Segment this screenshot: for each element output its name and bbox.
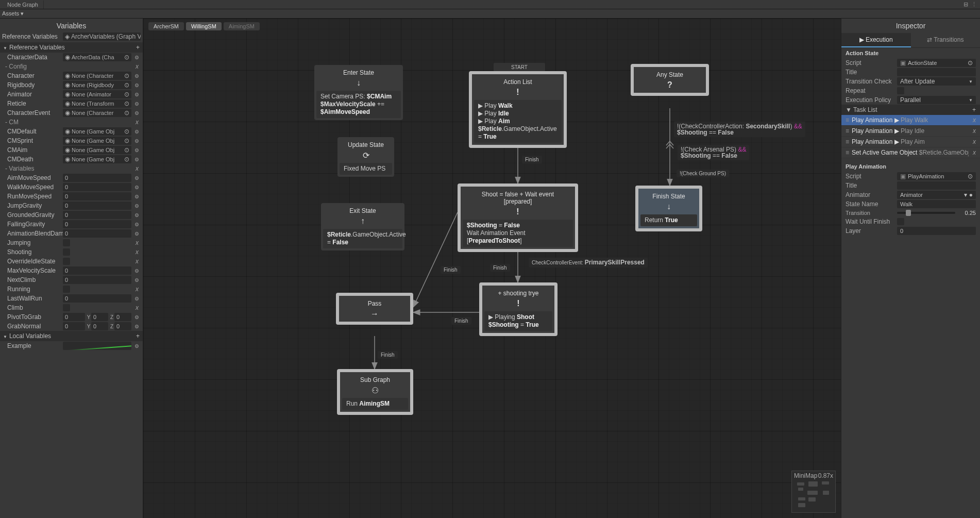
gear-icon[interactable]: ⚙ [132, 146, 141, 154]
remove-icon[interactable]: x [969, 116, 976, 124]
variable-group[interactable]: - Configx [0, 62, 143, 71]
number-field[interactable]: 0 [63, 174, 131, 182]
gear-icon[interactable]: ⚙ [132, 294, 141, 303]
number-field[interactable]: 0 [63, 266, 131, 275]
task-item[interactable]: ≡Set Active Game Object $Reticle.GameObj… [841, 147, 980, 158]
object-field[interactable]: ◉None (Rigidbody⊙ [63, 81, 131, 89]
gear-icon[interactable]: ⚙ [132, 99, 141, 108]
reference-variables-field[interactable]: ◈ArcherVariables (Graph Variable⊙ [63, 32, 141, 41]
dropdown-field[interactable]: After Update▼ [897, 77, 976, 86]
gear-icon[interactable]: ⚙ [132, 137, 141, 145]
reference-variables-section[interactable]: ▼Reference Variables + [0, 42, 143, 53]
gear-icon[interactable]: ⚙ [132, 155, 141, 163]
object-field[interactable]: ◉ArcherData (Cha⊙ [63, 53, 131, 61]
number-field[interactable]: 0 [63, 294, 131, 303]
window-tab-nodegraph[interactable]: Node Graph [2, 1, 44, 9]
object-field[interactable]: ◉None (Character⊙ [63, 109, 131, 117]
number-field[interactable]: 0 [63, 220, 131, 228]
number-field[interactable]: 0 [63, 202, 131, 210]
remove-icon[interactable]: x [969, 127, 976, 135]
node-pass[interactable]: Pass → [336, 293, 413, 325]
checkbox[interactable] [897, 87, 904, 94]
number-field[interactable]: 0 [63, 276, 131, 284]
field[interactable] [897, 68, 976, 76]
gear-icon[interactable]: ⚙ [132, 211, 141, 219]
object-field[interactable]: ◉None (Game Obj⊙ [63, 155, 131, 163]
link-field[interactable]: Animator▾ ● [897, 191, 976, 199]
gear-icon[interactable]: ⚙ [132, 109, 141, 117]
gear-icon[interactable]: ⚙ [132, 127, 141, 136]
remove-icon[interactable]: x [133, 119, 141, 126]
node-action-list[interactable]: Action List ! ▶ Play Walk▶ Play Idle▶ Pl… [469, 71, 567, 148]
checkbox[interactable] [63, 304, 70, 311]
drag-handle-icon[interactable]: ≡ [846, 116, 849, 124]
task-item[interactable]: ≡Play Animation ▶ Play Idlex [841, 126, 980, 137]
task-list-header[interactable]: ▼ Task List+ [841, 105, 980, 115]
gear-icon[interactable]: ⚙ [132, 174, 141, 182]
checkbox[interactable] [63, 248, 70, 256]
gear-icon[interactable]: ⚙ [132, 192, 141, 200]
remove-icon[interactable]: x [133, 165, 141, 172]
gear-icon[interactable]: ⚙ [132, 72, 141, 80]
gear-icon[interactable]: ⚙ [132, 276, 141, 284]
text-field[interactable]: 0 [897, 227, 976, 235]
field[interactable] [897, 181, 976, 190]
graph-canvas[interactable]: ArcherSMWillingSMAimingSM START [143, 19, 841, 518]
task-item[interactable]: ≡Play Animation ▶ Play Walkx [841, 115, 980, 126]
node-any-state[interactable]: Any State ? [631, 64, 709, 96]
text-field[interactable]: Walk [897, 200, 976, 208]
gear-icon[interactable]: ⚙ [132, 322, 141, 330]
gear-icon[interactable]: ⚙ [132, 90, 141, 98]
checkbox[interactable] [897, 218, 904, 225]
tab-transitions[interactable]: ⇄ Transitions [911, 33, 981, 47]
gear-icon[interactable]: ⚙ [132, 53, 141, 61]
node-enter-state[interactable]: Enter State ↓ Set Camera PS: $CMAim$MaxV… [314, 65, 403, 120]
drag-handle-icon[interactable]: ≡ [846, 149, 849, 156]
graph-tab[interactable]: ArcherSM [148, 22, 184, 30]
object-field[interactable]: ◉None (Transform⊙ [63, 99, 131, 108]
object-field[interactable]: ◉None (Character⊙ [63, 72, 131, 80]
node-shooting-trye[interactable]: + shooting trye ! ▶ Playing Shoot$Shooti… [479, 282, 557, 336]
object-field[interactable]: ◉None (Game Obj⊙ [63, 127, 131, 136]
execution-policy-dropdown[interactable]: Parallel▼ [897, 96, 976, 104]
gear-icon[interactable]: ⚙ [132, 313, 141, 321]
number-field[interactable]: 0 [63, 183, 131, 191]
variable-group[interactable]: - CMx [0, 118, 143, 127]
remove-icon[interactable]: x [133, 304, 141, 311]
remove-icon[interactable]: x [133, 63, 141, 70]
graph-tab[interactable]: AimingSM [224, 22, 260, 30]
curve-field[interactable] [63, 342, 131, 350]
object-field[interactable]: ◉None (Game Obj⊙ [63, 137, 131, 145]
slider[interactable] [897, 212, 955, 214]
local-variables-section[interactable]: ▼Local Variables + [0, 331, 143, 341]
object-field[interactable]: ◉None (Animator⊙ [63, 90, 131, 98]
number-field[interactable]: 0 [63, 229, 131, 238]
gear-icon[interactable]: ⚙ [132, 183, 141, 191]
remove-icon[interactable]: x [133, 286, 141, 293]
breadcrumb-bar[interactable]: Assets ▾ [0, 9, 980, 19]
object-field[interactable]: ◉None (Game Obj⊙ [63, 146, 131, 154]
gear-icon[interactable]: ⚙ [132, 266, 141, 275]
tab-execution[interactable]: ▶ Execution [841, 33, 911, 47]
checkbox[interactable] [63, 286, 70, 293]
remove-icon[interactable]: x [969, 149, 976, 156]
number-field[interactable]: 0 [63, 211, 131, 219]
gear-icon[interactable]: ⚙ [132, 342, 141, 350]
graph-tab[interactable]: WillingSM [186, 22, 222, 30]
remove-icon[interactable]: x [133, 248, 141, 256]
object-field[interactable]: ▣ActionState⊙ [897, 59, 976, 67]
node-exit-state[interactable]: Exit State ↑ $Reticle.GameObject.Active … [321, 203, 404, 250]
number-field[interactable]: 0 [63, 192, 131, 200]
gear-icon[interactable]: ⚙ [132, 229, 141, 238]
gear-icon[interactable]: ⚙ [132, 202, 141, 210]
gear-icon[interactable]: ⚙ [132, 220, 141, 228]
object-field[interactable]: ▣PlayAnimation⊙ [897, 172, 976, 180]
node-shoot-false[interactable]: Shoot = false + Wait event [prepared] ! … [458, 183, 578, 252]
node-finish-state[interactable]: Finish State ↓ Return True [635, 186, 702, 231]
dock-icon[interactable]: ⊟ [964, 1, 968, 8]
gear-icon[interactable]: ⚙ [132, 81, 141, 89]
drag-handle-icon[interactable]: ≡ [846, 127, 849, 135]
remove-icon[interactable]: x [969, 138, 976, 145]
minimap[interactable]: MiniMap0.87x [791, 471, 836, 513]
node-update-state[interactable]: Update State ⟳ Fixed Move PS [337, 137, 394, 177]
